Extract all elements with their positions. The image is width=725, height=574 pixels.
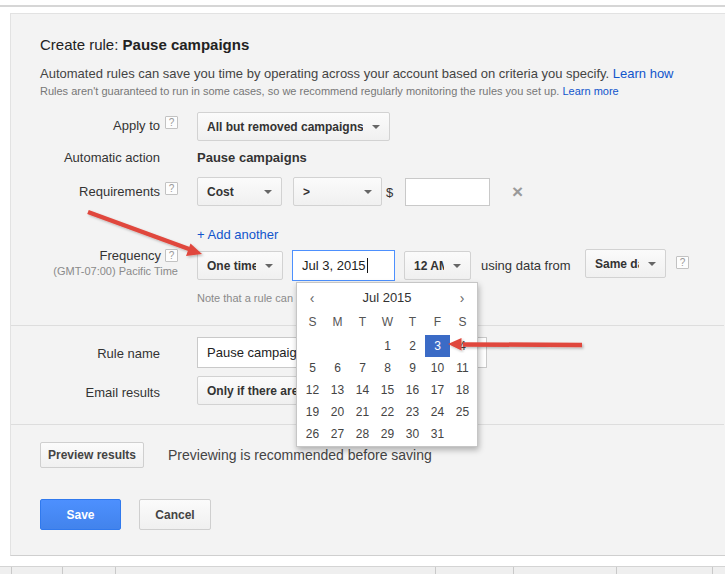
date-picker-popup: ‹ Jul 2015 › SMTWTFS 1234567891011121314… <box>296 282 478 447</box>
calendar-weekday-row: SMTWTFS <box>300 313 475 331</box>
calendar-day[interactable]: 11 <box>450 357 475 379</box>
calendar-day[interactable]: 21 <box>350 401 375 423</box>
calendar-weekday: W <box>375 313 400 331</box>
calendar-day[interactable]: 9 <box>400 357 425 379</box>
cancel-button[interactable]: Cancel <box>139 499 211 530</box>
currency-symbol: $ <box>386 185 393 200</box>
results-table-header-strip <box>0 566 725 574</box>
requirement-amount-input[interactable] <box>405 178 490 206</box>
chevron-down-icon <box>453 264 461 268</box>
frequency-label-block: Frequency? (GMT-07:00) Pacific Time <box>0 248 178 277</box>
calendar-day[interactable]: 8 <box>375 357 400 379</box>
chevron-down-icon <box>265 264 273 268</box>
apply-to-dropdown[interactable]: All but removed campaigns <box>197 112 390 141</box>
calendar-weekday: S <box>450 313 475 331</box>
learn-how-link[interactable]: Learn how <box>613 66 674 81</box>
calendar-day[interactable]: 28 <box>350 423 375 445</box>
calendar-day[interactable]: 15 <box>375 379 400 401</box>
intro-subnote: Rules aren't guaranteed to run in some c… <box>40 85 619 97</box>
calendar-day[interactable]: 30 <box>400 423 425 445</box>
calendar-day[interactable]: 17 <box>425 379 450 401</box>
calendar-weekday: S <box>300 313 325 331</box>
calendar-day <box>350 335 375 357</box>
frequency-date-input[interactable]: Jul 3, 2015 <box>292 250 395 281</box>
page-title: Create rule: Pause campaigns <box>40 36 249 53</box>
calendar-day-grid: 1234567891011121314151617181920212223242… <box>300 335 475 445</box>
help-icon[interactable]: ? <box>676 256 689 269</box>
calendar-day[interactable]: 1 <box>375 335 400 357</box>
calendar-day[interactable]: 13 <box>325 379 350 401</box>
using-data-from-label: using data from <box>481 258 571 273</box>
apply-to-label: Apply to <box>0 118 160 133</box>
frequency-timezone: (GMT-07:00) Pacific Time <box>0 265 178 277</box>
calendar-day[interactable]: 23 <box>400 401 425 423</box>
top-divider <box>0 5 725 7</box>
learn-more-link[interactable]: Learn more <box>562 85 618 97</box>
automatic-action-value: Pause campaigns <box>197 150 307 165</box>
calendar-day[interactable]: 24 <box>425 401 450 423</box>
help-icon[interactable]: ? <box>165 116 178 129</box>
calendar-day[interactable]: 7 <box>350 357 375 379</box>
requirements-label: Requirements <box>0 184 160 199</box>
automatic-action-label: Automatic action <box>0 150 160 165</box>
calendar-day[interactable]: 29 <box>375 423 400 445</box>
frequency-label: Frequency <box>100 248 161 263</box>
calendar-day[interactable]: 26 <box>300 423 325 445</box>
chevron-down-icon <box>372 125 380 129</box>
frequency-interval-dropdown[interactable]: One time <box>197 251 283 280</box>
calendar-day[interactable]: 25 <box>450 401 475 423</box>
calendar-day[interactable]: 6 <box>325 357 350 379</box>
rule-name-label: Rule name <box>0 346 160 361</box>
calendar-day[interactable]: 31 <box>425 423 450 445</box>
chevron-down-icon <box>648 262 656 266</box>
add-another-link[interactable]: + Add another <box>197 227 278 242</box>
calendar-day[interactable]: 16 <box>400 379 425 401</box>
calendar-day[interactable]: 19 <box>300 401 325 423</box>
calendar-day[interactable]: 10 <box>425 357 450 379</box>
page-title-rule-type: Pause campaigns <box>123 36 250 53</box>
calendar-next-button[interactable]: › <box>454 290 470 306</box>
calendar-day[interactable]: 4 <box>450 335 475 357</box>
calendar-weekday: F <box>425 313 450 331</box>
chevron-down-icon <box>364 190 372 194</box>
requirement-operator-dropdown[interactable]: > <box>293 177 382 206</box>
calendar-weekday: T <box>400 313 425 331</box>
calendar-day[interactable]: 18 <box>450 379 475 401</box>
calendar-header: ‹ Jul 2015 › <box>297 290 477 308</box>
calendar-weekday: M <box>325 313 350 331</box>
calendar-day <box>300 335 325 357</box>
calendar-day <box>325 335 350 357</box>
calendar-day <box>450 423 475 445</box>
intro-text: Automated rules can save you time by ope… <box>40 66 674 81</box>
email-results-label: Email results <box>0 385 160 400</box>
calendar-day[interactable]: 12 <box>300 379 325 401</box>
help-icon[interactable]: ? <box>165 182 178 195</box>
close-icon[interactable]: × <box>512 182 523 201</box>
save-button[interactable]: Save <box>40 499 121 530</box>
page-title-prefix: Create rule: <box>40 36 118 53</box>
calendar-month-label: Jul 2015 <box>297 290 477 305</box>
calendar-day[interactable]: 2 <box>400 335 425 357</box>
calendar-day[interactable]: 22 <box>375 401 400 423</box>
preview-results-button[interactable]: Preview results <box>40 442 144 468</box>
frequency-time-dropdown[interactable]: 12 AM <box>404 251 471 280</box>
calendar-day[interactable]: 14 <box>350 379 375 401</box>
data-range-dropdown[interactable]: Same day <box>585 249 666 278</box>
preview-note: Previewing is recommended before saving <box>168 447 432 463</box>
calendar-day[interactable]: 5 <box>300 357 325 379</box>
requirement-metric-dropdown[interactable]: Cost <box>197 177 282 206</box>
calendar-day-selected[interactable]: 3 <box>425 335 450 357</box>
chevron-down-icon <box>264 190 272 194</box>
help-icon[interactable]: ? <box>165 249 178 262</box>
text-caret <box>367 258 368 273</box>
calendar-weekday: T <box>350 313 375 331</box>
calendar-day[interactable]: 27 <box>325 423 350 445</box>
calendar-day[interactable]: 20 <box>325 401 350 423</box>
